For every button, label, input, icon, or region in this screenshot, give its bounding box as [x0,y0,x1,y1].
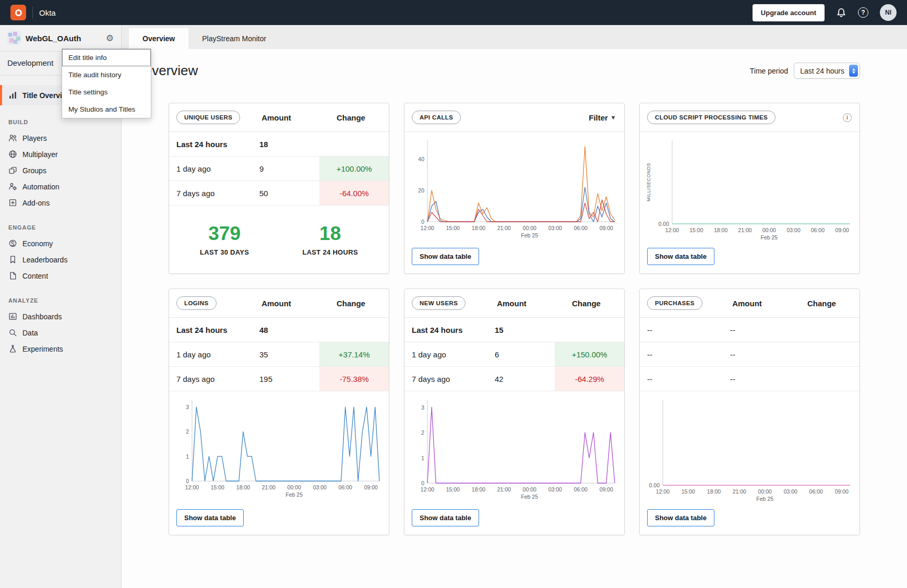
show-data-table-button[interactable]: Show data table [412,509,479,526]
svg-text:0: 0 [421,219,424,225]
svg-text:03:00: 03:00 [786,227,800,233]
svg-text:00:00: 00:00 [758,488,772,495]
sidebar-item-label: Experiments [22,345,63,353]
bar-chart-icon [8,91,17,100]
amount-column-header: Amount [497,299,554,308]
menu-item-title-settings[interactable]: Title settings [62,83,151,101]
sidebar-item-players[interactable]: Players [0,130,121,146]
help-icon[interactable]: ? [858,7,868,18]
menu-item-my-studios-and-titles[interactable]: My Studios and Titles [62,101,151,118]
svg-text:00:00: 00:00 [762,227,776,233]
economy-icon [8,239,17,248]
upgrade-account-button[interactable]: Upgrade account [753,4,825,21]
gear-icon[interactable]: ⚙ [106,34,114,43]
sidebar-item-label: Multiplayer [22,150,58,159]
svg-text:0: 0 [421,480,424,486]
sidebar-item-experiments[interactable]: Experiments [0,341,121,357]
svg-text:Feb 25: Feb 25 [756,496,773,502]
svg-text:09:00: 09:00 [835,488,849,495]
table-row: 1 day ago 9 +100.00% [169,157,389,181]
automation-icon [8,182,17,191]
okta-logo-icon [10,5,26,20]
sidebar-item-multiplayer[interactable]: Multiplayer [0,146,121,162]
table-row: 1 day ago 35 +37.14% [169,342,389,367]
tab-playstream-monitor[interactable]: PlayStream Monitor [188,28,280,49]
tab-overview[interactable]: Overview [129,28,188,49]
sidebar-item-groups[interactable]: Groups [0,162,121,178]
svg-text:09:00: 09:00 [600,486,613,493]
change-column-header: Change [554,299,619,308]
svg-text:06:00: 06:00 [809,488,823,495]
svg-text:15:00: 15:00 [211,484,224,490]
show-data-table-button[interactable]: Show data table [647,509,714,526]
dashboards-icon [8,312,17,321]
experiments-icon [8,344,17,353]
content-icon [8,271,17,280]
data-icon [8,328,17,337]
card-title-pill: CLOUD SCRIPT PROCESSING TIMES [647,111,775,124]
groups-icon [8,166,17,175]
amount-column-header: Amount [732,299,789,308]
show-data-table-button[interactable]: Show data table [176,509,244,526]
svg-text:2: 2 [186,428,189,435]
logins-card: LOGINS Amount Change Last 24 hours 48 1 … [169,289,389,535]
summary-item: 379 LAST 30 DAYS [200,223,249,256]
svg-text:3: 3 [421,404,424,411]
sidebar-item-automation[interactable]: Automation [0,178,121,195]
sidebar-item-economy[interactable]: Economy [0,235,121,251]
change-column-header: Change [789,299,854,308]
sidebar-item-dashboards[interactable]: Dashboards [0,308,121,325]
table-row: -- -- [640,318,860,342]
sidebar-item-add-ons[interactable]: Add-ons [0,195,121,211]
main-area: Overview PlayStream Monitor Overview Tim… [122,25,907,588]
sidebar-item-label: Content [22,272,48,280]
time-period-label: Time period [750,67,788,75]
brand-divider [32,7,33,18]
svg-text:15:00: 15:00 [446,225,460,231]
svg-text:15:00: 15:00 [689,227,703,233]
filter-dropdown[interactable]: Filter ▾ [589,113,619,122]
change-negative: -64.00% [319,181,389,205]
change-positive: +150.00% [555,342,624,366]
info-icon[interactable]: i [843,113,852,122]
svg-text:0: 0 [186,478,189,484]
user-avatar[interactable]: NI [880,4,897,21]
cloud-script-chart: 0.0012:0015:0018:0021:0000:0003:0006:000… [643,135,856,244]
table-row: 7 days ago 195 -75.38% [169,367,389,391]
tab-bar: Overview PlayStream Monitor [122,25,907,49]
change-column-header: Change [318,299,384,308]
topbar: Okta Upgrade account ? NI [0,0,907,25]
table-row: 7 days ago 42 -64.29% [404,367,624,391]
show-data-table-button[interactable]: Show data table [647,248,714,265]
sidebar-item-content[interactable]: Content [0,268,121,284]
okta-logo-ring [15,9,22,16]
svg-text:09:00: 09:00 [836,227,849,233]
card-head: UNIQUE USERS Amount Change [169,103,389,132]
menu-item-title-audit-history[interactable]: Title audit history [62,66,151,83]
show-data-table-button[interactable]: Show data table [412,248,479,265]
cards-grid: UNIQUE USERS Amount Change Last 24 hours… [122,79,907,549]
sidebar-item-label: Automation [22,183,59,191]
sidebar-item-label: Players [22,134,47,142]
svg-text:40: 40 [418,156,424,162]
card-title-pill: PURCHASES [647,296,702,310]
change-positive: +37.14% [319,342,389,366]
sidebar-item-leaderboards[interactable]: Leaderboards [0,251,121,268]
title-settings-menu: Edit title info Title audit history Titl… [62,49,151,118]
change-negative: -75.38% [319,367,389,391]
multiplayer-icon [8,150,17,159]
svg-text:21:00: 21:00 [738,227,751,233]
svg-text:15:00: 15:00 [682,488,695,495]
time-period-select[interactable]: Last 24 hours [794,63,860,79]
card-head: LOGINS Amount Change [169,289,389,318]
svg-text:20: 20 [418,187,424,194]
new-users-card: NEW USERS Amount Change Last 24 hours 15… [404,289,625,535]
brand: Okta [10,5,56,20]
title-avatar [7,31,21,45]
card-title-pill: API CALLS [412,111,461,124]
section-label-build: BUILD [8,119,113,125]
svg-text:15:00: 15:00 [446,486,460,493]
menu-item-edit-title-info[interactable]: Edit title info [62,49,151,66]
bell-icon[interactable] [836,7,846,18]
sidebar-item-data[interactable]: Data [0,325,121,341]
